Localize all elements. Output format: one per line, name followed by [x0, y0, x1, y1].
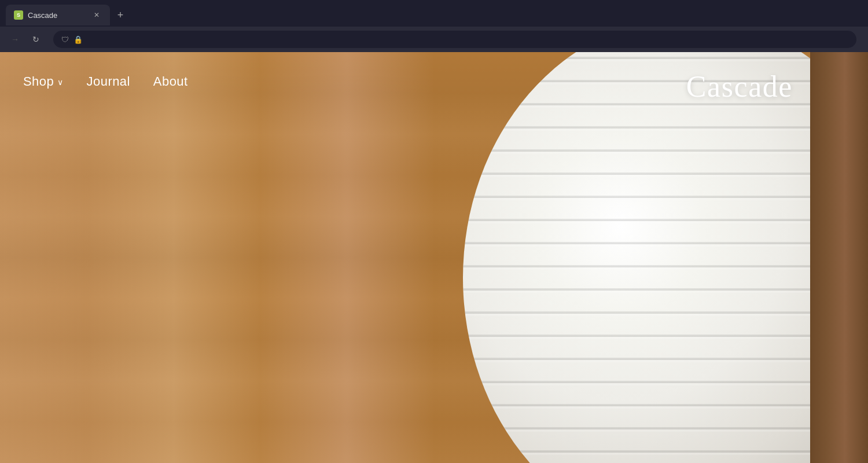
active-tab[interactable]: S Cascade ✕ [6, 5, 110, 25]
wood-panel-right [810, 52, 868, 463]
tab-title: Cascade [28, 11, 87, 20]
shop-label: Shop [23, 74, 54, 89]
shield-icon: 🛡 [61, 35, 69, 44]
lantern-image [463, 52, 868, 463]
shopify-favicon: S [14, 10, 23, 20]
toolbar: → ↻ 🛡 🔒 [0, 27, 868, 52]
site-navigation: Shop ∨ Journal About Cascade [0, 52, 868, 111]
nav-shop-link[interactable]: Shop ∨ [23, 69, 75, 94]
reload-button[interactable]: ↻ [28, 31, 44, 47]
browser-chrome: S Cascade ✕ + → ↻ 🛡 🔒 [0, 0, 868, 52]
back-button[interactable]: → [7, 31, 23, 47]
tab-close-button[interactable]: ✕ [91, 10, 102, 20]
nav-journal-link[interactable]: Journal [75, 69, 142, 94]
site-logo[interactable]: Cascade [686, 69, 793, 104]
chevron-down-icon: ∨ [57, 78, 63, 87]
address-bar[interactable]: 🛡 🔒 [53, 31, 856, 48]
tab-bar: S Cascade ✕ + [0, 0, 868, 27]
website-content: Shop ∨ Journal About Cascade [0, 52, 868, 463]
lock-icon: 🔒 [73, 35, 83, 44]
new-tab-button[interactable]: + [112, 7, 128, 23]
nav-links: Shop ∨ Journal About [23, 69, 200, 94]
nav-about-link[interactable]: About [142, 69, 200, 94]
